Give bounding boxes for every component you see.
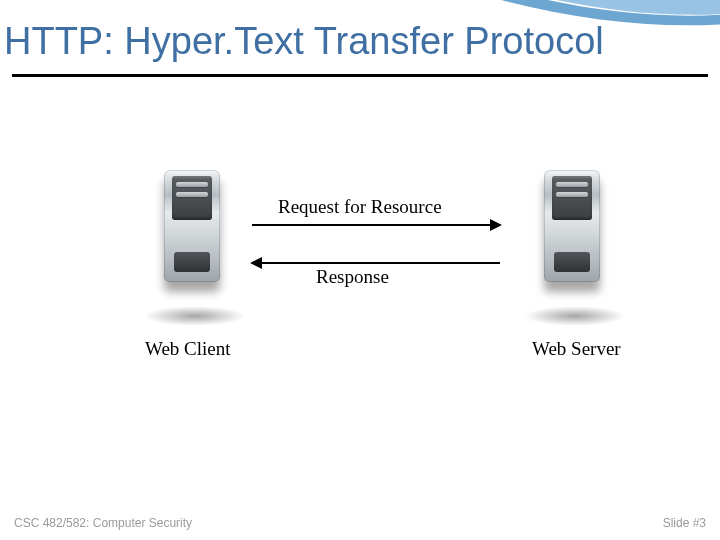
server-computer-icon xyxy=(530,170,620,310)
title-underline xyxy=(12,74,708,77)
client-label: Web Client xyxy=(145,338,231,360)
slide-title: HTTP: Hyper.Text Transfer Protocol xyxy=(4,20,716,63)
footer-course: CSC 482/582: Computer Security xyxy=(14,516,192,530)
server-label: Web Server xyxy=(532,338,621,360)
request-arrow xyxy=(252,224,500,226)
client-computer-icon xyxy=(150,170,240,310)
http-diagram: Request for Resource Response Web Client… xyxy=(0,170,720,430)
request-label: Request for Resource xyxy=(278,196,442,218)
response-label: Response xyxy=(316,266,389,288)
footer-slide-number: Slide #3 xyxy=(663,516,706,530)
response-arrow xyxy=(252,262,500,264)
